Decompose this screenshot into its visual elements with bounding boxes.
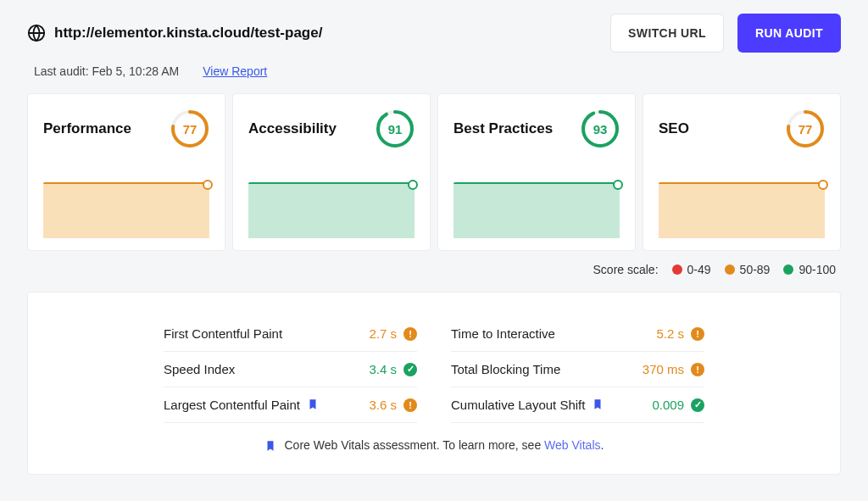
legend-mid: 50-89 (725, 263, 771, 276)
metric-name: Time to Interactive (451, 326, 555, 341)
bookmark-icon (264, 440, 276, 454)
metric-row: Total Blocking Time 370 ms ! (451, 352, 704, 387)
url-block: http://elementor.kinsta.cloud/test-page/ (27, 24, 322, 42)
dot-red-icon (672, 264, 682, 275)
score-value: 77 (786, 109, 825, 148)
score-sparkline (453, 182, 620, 238)
dot-orange-icon (725, 264, 735, 275)
score-sparkline (659, 182, 825, 238)
card-title: Performance (43, 120, 131, 137)
score-card: Best Practices 93 (437, 93, 636, 251)
legend-label: Score scale: (593, 263, 659, 276)
metric-value: 0.009 ✓ (652, 398, 704, 412)
header-actions: SWITCH URL RUN AUDIT (610, 14, 841, 53)
score-card: Performance 77 (27, 93, 225, 251)
score-sparkline (248, 182, 415, 238)
metric-row: Cumulative Layout Shift 0.009 ✓ (451, 387, 704, 423)
score-card: Accessibility 91 (232, 93, 431, 251)
warn-icon: ! (691, 327, 704, 341)
metric-name: Cumulative Layout Shift (451, 398, 604, 412)
globe-icon (27, 24, 46, 42)
score-ring: 93 (581, 109, 620, 148)
warn-icon: ! (403, 398, 417, 412)
score-value: 93 (581, 109, 620, 148)
metric-name: Largest Contentful Paint (164, 398, 319, 412)
metric-row: Largest Contentful Paint 3.6 s ! (164, 387, 417, 423)
card-title: SEO (659, 120, 689, 137)
warn-icon: ! (403, 327, 417, 341)
metrics-col-left: First Contentful Paint 2.7 s ! Speed Ind… (164, 316, 417, 423)
header-row: http://elementor.kinsta.cloud/test-page/… (27, 14, 841, 53)
score-value: 77 (170, 109, 209, 148)
score-card: SEO 77 (643, 93, 841, 251)
subheader: Last audit: Feb 5, 10:28 AM View Report (27, 53, 841, 93)
metric-value: 3.6 s ! (369, 398, 417, 412)
metric-name: Total Blocking Time (451, 362, 560, 376)
dot-green-icon (783, 264, 793, 275)
metric-value: 5.2 s ! (656, 326, 704, 341)
card-title: Best Practices (453, 120, 553, 137)
switch-url-button[interactable]: SWITCH URL (610, 14, 724, 53)
footer-text-after: . (601, 438, 604, 452)
check-icon: ✓ (403, 363, 417, 376)
legend-bad: 0-49 (672, 263, 711, 276)
metric-value: 370 ms ! (643, 362, 704, 376)
legend-good: 90-100 (783, 263, 836, 276)
metrics-col-right: Time to Interactive 5.2 s ! Total Blocki… (451, 316, 704, 423)
metric-row: Time to Interactive 5.2 s ! (451, 316, 704, 352)
check-icon: ✓ (691, 398, 704, 412)
metric-value: 2.7 s ! (369, 326, 417, 341)
run-audit-button[interactable]: RUN AUDIT (737, 14, 841, 53)
metric-name: First Contentful Paint (164, 326, 282, 341)
score-scale-legend: Score scale: 0-49 50-89 90-100 (27, 251, 841, 292)
footer-text-before: Core Web Vitals assessment. To learn mor… (285, 438, 545, 452)
metric-name: Speed Index (164, 362, 235, 376)
score-value: 91 (376, 109, 415, 148)
score-cards: Performance 77 Accessibility 91 (27, 93, 841, 251)
score-ring: 77 (786, 109, 825, 148)
metric-row: First Contentful Paint 2.7 s ! (164, 316, 417, 352)
web-vitals-link[interactable]: Web Vitals (544, 438, 600, 452)
last-audit-text: Last audit: Feb 5, 10:28 AM (34, 64, 179, 78)
score-ring: 91 (376, 109, 415, 148)
view-report-link[interactable]: View Report (203, 64, 267, 78)
score-ring: 77 (170, 109, 209, 148)
score-sparkline (43, 182, 209, 238)
metrics-footer: Core Web Vitals assessment. To learn mor… (164, 423, 704, 454)
metric-row: Speed Index 3.4 s ✓ (164, 352, 417, 387)
bookmark-icon (592, 398, 604, 412)
bookmark-icon (307, 398, 319, 412)
warn-icon: ! (691, 363, 704, 376)
metrics-panel: First Contentful Paint 2.7 s ! Speed Ind… (27, 292, 841, 475)
page-url: http://elementor.kinsta.cloud/test-page/ (54, 25, 322, 42)
metric-value: 3.4 s ✓ (369, 362, 417, 376)
card-title: Accessibility (248, 120, 337, 137)
